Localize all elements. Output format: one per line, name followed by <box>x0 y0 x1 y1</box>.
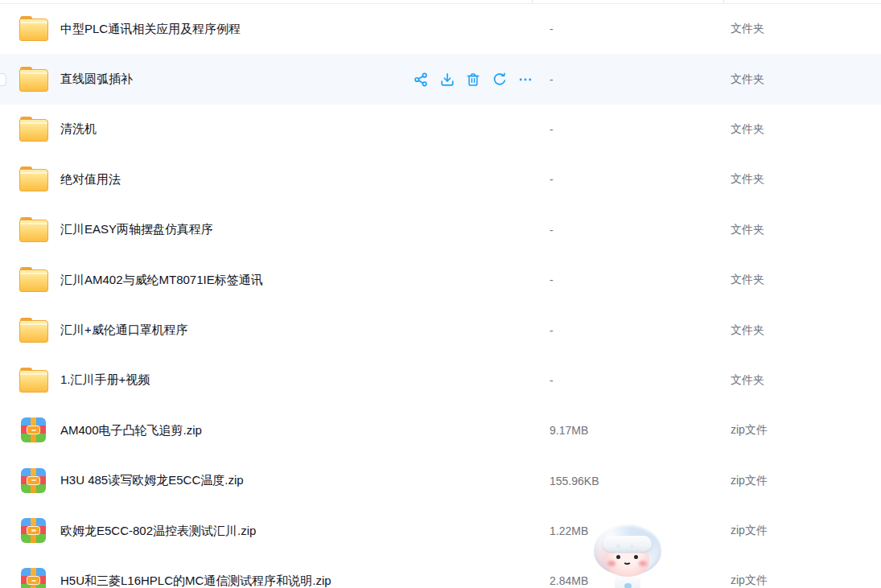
file-type: 文件夹 <box>731 172 764 187</box>
file-row[interactable]: 绝对值用法-文件夹 <box>0 154 881 204</box>
assistant-mascot[interactable] <box>591 523 664 588</box>
file-size: 155.96KB <box>550 475 599 487</box>
file-name[interactable]: 中型PLC通讯相关应用及程序例程 <box>60 22 241 37</box>
ellipsis-icon[interactable] <box>517 72 533 88</box>
file-name[interactable]: AM400电子凸轮飞追剪.zip <box>60 423 202 438</box>
file-size: - <box>550 273 554 286</box>
file-size: - <box>550 374 554 387</box>
file-type: 文件夹 <box>731 72 764 87</box>
folder-icon <box>19 167 48 192</box>
file-row[interactable]: 直线圆弧插补-文件夹 <box>0 54 881 104</box>
mascot-hood-brim <box>603 536 652 552</box>
file-row[interactable]: H5U和三菱L16HPLC的MC通信测试程序和说明.zip2.84MBzip文件 <box>0 556 881 588</box>
file-size: - <box>550 173 554 186</box>
mascot-cheek <box>607 561 615 566</box>
file-size: 9.17MB <box>550 424 588 437</box>
file-row[interactable]: 汇川AM402与威纶MT8071IE标签通讯-文件夹 <box>0 255 881 305</box>
file-name[interactable]: H3U 485读写欧姆龙E5CC温度.zip <box>60 473 244 488</box>
zip-file-icon <box>19 417 48 443</box>
trash-icon[interactable] <box>465 72 481 88</box>
file-type: 文件夹 <box>731 22 764 36</box>
file-size: 1.22MB <box>550 524 588 537</box>
file-name[interactable]: 直线圆弧插补 <box>60 72 133 87</box>
file-size: - <box>550 73 554 86</box>
zip-file-icon <box>19 518 48 544</box>
file-row[interactable]: 中型PLC通讯相关应用及程序例程-文件夹 <box>0 4 881 54</box>
file-name[interactable]: 1.汇川手册+视频 <box>60 372 150 388</box>
column-divider-size <box>532 0 533 3</box>
zip-file-icon <box>19 468 48 494</box>
mascot-eye <box>616 555 620 559</box>
file-row[interactable]: 汇川+威伦通口罩机程序-文件夹 <box>0 305 881 355</box>
file-size: - <box>550 324 554 337</box>
file-type: 文件夹 <box>731 122 764 137</box>
file-name[interactable]: 汇川AM402与威纶MT8071IE标签通讯 <box>60 273 263 288</box>
file-name[interactable]: H5U和三菱L16HPLC的MC通信测试程序和说明.zip <box>60 574 331 588</box>
file-name[interactable]: 欧姆龙E5CC-802温控表测试汇川.zip <box>60 524 256 539</box>
folder-icon <box>19 67 48 93</box>
download-icon[interactable] <box>439 72 455 88</box>
file-row[interactable]: 清洗机-文件夹 <box>0 105 881 154</box>
folder-icon <box>19 217 48 243</box>
file-type: 文件夹 <box>731 273 764 287</box>
file-size: - <box>550 23 554 35</box>
file-type: zip文件 <box>731 574 768 588</box>
mascot-eye <box>634 555 638 559</box>
share-icon[interactable] <box>413 72 429 88</box>
column-divider-type <box>723 0 724 3</box>
mascot-body-dot <box>624 583 632 588</box>
file-type: zip文件 <box>731 474 768 488</box>
file-row[interactable]: 1.汇川手册+视频-文件夹 <box>0 356 881 405</box>
file-type: zip文件 <box>731 524 768 538</box>
file-name[interactable]: 汇川EASY两轴摆盘仿真程序 <box>60 222 213 237</box>
file-name[interactable]: 清洗机 <box>60 121 97 137</box>
mascot-cheek <box>639 561 647 566</box>
file-name[interactable]: 绝对值用法 <box>60 172 121 187</box>
file-manager-page: { "window": {"width": 1095, "height": 73… <box>0 0 881 588</box>
file-row[interactable]: 欧姆龙E5CC-802温控表测试汇川.zip1.22MBzip文件 <box>0 506 881 556</box>
folder-icon <box>19 368 48 393</box>
file-list: 中型PLC通讯相关应用及程序例程-文件夹直线圆弧插补-文件夹清洗机-文件夹绝对值… <box>0 4 881 588</box>
folder-icon <box>19 267 48 293</box>
file-size: - <box>550 123 554 136</box>
folder-icon <box>19 318 48 343</box>
row-checkbox[interactable] <box>0 73 6 86</box>
file-type: zip文件 <box>731 423 768 438</box>
file-name[interactable]: 汇川+威伦通口罩机程序 <box>60 323 188 338</box>
row-hover-actions <box>413 72 533 88</box>
file-row[interactable]: AM400电子凸轮飞追剪.zip9.17MBzip文件 <box>0 405 881 455</box>
file-type: 文件夹 <box>731 223 764 237</box>
file-type: 文件夹 <box>731 373 764 388</box>
file-row[interactable]: H3U 485读写欧姆龙E5CC温度.zip155.96KBzip文件 <box>0 456 881 506</box>
sync-icon[interactable] <box>492 72 508 88</box>
file-type: 文件夹 <box>731 323 764 338</box>
mascot-smile <box>623 558 632 565</box>
folder-icon <box>19 16 48 42</box>
file-size: - <box>550 224 554 236</box>
zip-file-icon <box>19 568 48 588</box>
file-size: 2.84MB <box>550 574 588 587</box>
file-row[interactable]: 汇川EASY两轴摆盘仿真程序-文件夹 <box>0 205 881 255</box>
folder-icon <box>19 117 48 142</box>
